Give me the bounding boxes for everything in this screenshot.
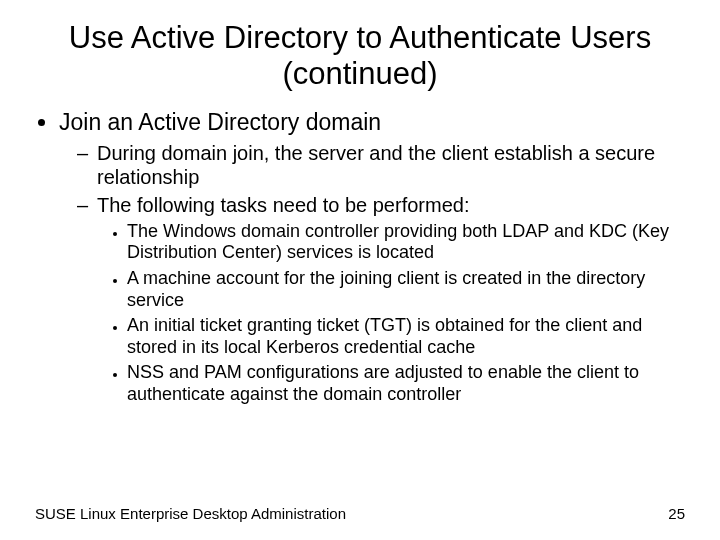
footer: SUSE Linux Enterprise Desktop Administra…	[35, 505, 685, 522]
bullet-list-level3: The Windows domain controller providing …	[97, 221, 685, 406]
list-item: NSS and PAM configurations are adjusted …	[127, 362, 685, 405]
list-item-text: An initial ticket granting ticket (TGT) …	[127, 315, 642, 357]
slide-title: Use Active Directory to Authenticate Use…	[35, 20, 685, 91]
list-item: Join an Active Directory domain During d…	[59, 109, 685, 405]
footer-left: SUSE Linux Enterprise Desktop Administra…	[35, 505, 346, 522]
list-item-text: The Windows domain controller providing …	[127, 221, 669, 263]
slide: Use Active Directory to Authenticate Use…	[0, 0, 720, 540]
page-number: 25	[668, 505, 685, 522]
list-item: During domain join, the server and the c…	[97, 141, 685, 189]
list-item-text: Join an Active Directory domain	[59, 109, 381, 135]
list-item: The following tasks need to be performed…	[97, 193, 685, 406]
list-item-text: NSS and PAM configurations are adjusted …	[127, 362, 639, 404]
list-item-text: During domain join, the server and the c…	[97, 142, 655, 188]
list-item: The Windows domain controller providing …	[127, 221, 685, 264]
list-item-text: A machine account for the joining client…	[127, 268, 645, 310]
bullet-list-level2: During domain join, the server and the c…	[59, 141, 685, 406]
list-item: An initial ticket granting ticket (TGT) …	[127, 315, 685, 358]
list-item-text: The following tasks need to be performed…	[97, 194, 469, 216]
bullet-list-level1: Join an Active Directory domain During d…	[35, 109, 685, 405]
list-item: A machine account for the joining client…	[127, 268, 685, 311]
